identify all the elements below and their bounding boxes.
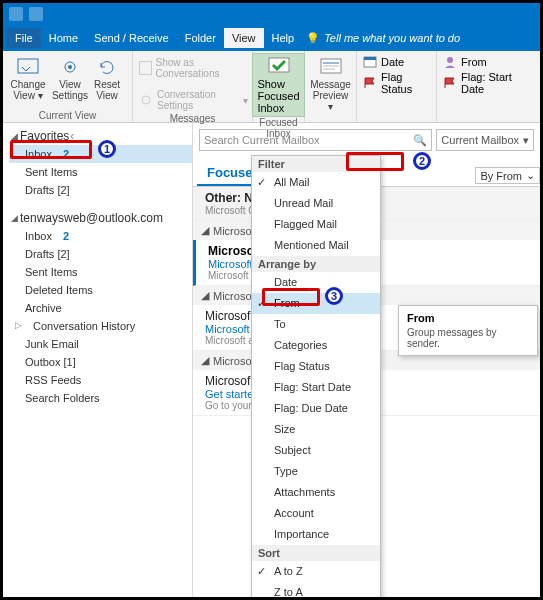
check-icon: ✓ — [257, 175, 266, 190]
menu-unread-mail[interactable]: Unread Mail — [252, 193, 380, 214]
show-focused-label: Show Focused Inbox — [257, 78, 299, 114]
quick-access-icon — [29, 7, 43, 21]
menu-all-mail[interactable]: ✓All Mail — [252, 172, 380, 193]
tooltip: From Group messages by sender. — [398, 305, 538, 356]
message-preview-label: Message Preview ▾ — [310, 79, 351, 112]
reset-icon — [95, 55, 119, 79]
arrange-flag-status[interactable]: Flag Status — [361, 70, 432, 96]
arrange-menu: Filter ✓All Mail Unread Mail Flagged Mai… — [251, 155, 381, 600]
flag-icon — [363, 77, 377, 89]
ribbon: Change View ▾ View Settings Reset View C… — [3, 51, 540, 123]
collapse-pane-icon[interactable]: ‹ — [70, 129, 74, 143]
person-icon — [443, 56, 457, 68]
tab-file[interactable]: File — [7, 28, 41, 48]
tab-home[interactable]: Home — [41, 28, 86, 48]
tab-send-receive[interactable]: Send / Receive — [86, 28, 177, 48]
tab-help[interactable]: Help — [264, 28, 303, 48]
menu-arrange-from[interactable]: ✓From — [252, 293, 380, 314]
svg-rect-0 — [18, 59, 38, 73]
reset-view-button[interactable]: Reset View — [91, 53, 123, 103]
tab-view[interactable]: View — [224, 28, 264, 48]
lightbulb-icon: 💡 — [306, 32, 320, 45]
svg-point-2 — [68, 65, 72, 69]
menu-arrange-account[interactable]: Account — [252, 503, 380, 524]
chevron-down-icon: ▾ — [523, 134, 529, 147]
gear-icon — [58, 55, 82, 79]
callout-badge-3: 3 — [325, 287, 343, 305]
titlebar — [3, 3, 540, 25]
arrange-by-from-button[interactable]: By From⌄ — [475, 167, 540, 184]
search-input[interactable]: Search Current Mailbox🔍 — [199, 129, 432, 151]
menu-section-filter: Filter — [252, 156, 380, 172]
change-view-icon — [16, 55, 40, 79]
menu-arrange-size[interactable]: Size — [252, 419, 380, 440]
check-icon: ✓ — [257, 564, 266, 579]
focused-check-icon — [267, 56, 291, 78]
menu-arrange-type[interactable]: Type — [252, 461, 380, 482]
show-as-conversations-check: Show as Conversations — [139, 55, 248, 81]
chevron-down-icon: ⌄ — [526, 169, 535, 182]
tooltip-body: Group messages by sender. — [407, 327, 529, 349]
menu-section-sort: Sort — [252, 545, 380, 561]
change-view-button[interactable]: Change View ▾ — [7, 53, 49, 103]
view-settings-label: View Settings — [52, 79, 88, 101]
tell-me-input[interactable]: Tell me what you want to do — [324, 32, 460, 44]
menu-arrange-date[interactable]: Date — [252, 272, 380, 293]
callout-badge-2: 2 — [413, 152, 431, 170]
nav-search-folders[interactable]: Search Folders — [9, 389, 192, 407]
callout-badge-1: 1 — [98, 140, 116, 158]
account-header[interactable]: ◢tenwaysweb@outlook.com — [9, 209, 192, 227]
nav-sent[interactable]: Sent Items — [9, 263, 192, 281]
app-icon — [9, 7, 23, 21]
arrange-date[interactable]: Date — [361, 55, 432, 69]
nav-drafts[interactable]: Drafts [2] — [9, 245, 192, 263]
menu-mentioned-mail[interactable]: Mentioned Mail — [252, 235, 380, 256]
tooltip-title: From — [407, 312, 529, 324]
nav-deleted[interactable]: Deleted Items — [9, 281, 192, 299]
folder-pane: ◢Favorites‹ Inbox 2 Sent Items Drafts [2… — [3, 123, 193, 597]
group-current-view: Current View — [7, 110, 128, 121]
menu-sort-az[interactable]: ✓A to Z — [252, 561, 380, 582]
check-icon: ✓ — [257, 296, 266, 311]
message-preview-icon — [319, 55, 343, 79]
menu-arrange-categories[interactable]: Categories — [252, 335, 380, 356]
menu-arrange-flag-due[interactable]: Flag: Due Date — [252, 398, 380, 419]
message-preview-button[interactable]: Message Preview ▾ — [310, 53, 352, 114]
arrange-flag-start[interactable]: Flag: Start Date — [441, 70, 525, 96]
nav-outbox[interactable]: Outbox [1] — [9, 353, 192, 371]
reset-view-label: Reset View — [93, 79, 121, 101]
menu-section-arrange: Arrange by — [252, 256, 380, 272]
calendar-icon — [363, 56, 377, 68]
collapse-icon: ◢ — [201, 354, 209, 367]
svg-point-3 — [142, 96, 150, 104]
menu-tabs: File Home Send / Receive Folder View Hel… — [3, 25, 540, 51]
view-settings-button[interactable]: View Settings — [51, 53, 89, 103]
nav-inbox[interactable]: Inbox 2 — [9, 227, 192, 245]
menu-arrange-importance[interactable]: Importance — [252, 524, 380, 545]
nav-conversation-history[interactable]: ▷ Conversation History — [9, 317, 192, 335]
menu-arrange-subject[interactable]: Subject — [252, 440, 380, 461]
search-scope-select[interactable]: Current Mailbox▾ — [436, 129, 534, 151]
menu-flagged-mail[interactable]: Flagged Mail — [252, 214, 380, 235]
favorites-drafts[interactable]: Drafts [2] — [9, 181, 192, 199]
collapse-icon: ◢ — [201, 224, 209, 237]
nav-rss[interactable]: RSS Feeds — [9, 371, 192, 389]
tab-folder[interactable]: Folder — [177, 28, 224, 48]
menu-sort-za[interactable]: Z to A — [252, 582, 380, 600]
conv-settings-icon — [139, 93, 153, 107]
menu-arrange-attachments[interactable]: Attachments — [252, 482, 380, 503]
nav-junk[interactable]: Junk Email — [9, 335, 192, 353]
menu-arrange-to[interactable]: To — [252, 314, 380, 335]
conversation-settings-button: Conversation Settings ▾ — [139, 87, 248, 113]
favorites-sent[interactable]: Sent Items — [9, 163, 192, 181]
svg-point-11 — [447, 57, 453, 63]
show-focused-inbox-button[interactable]: Show Focused Inbox — [252, 53, 304, 117]
nav-archive[interactable]: Archive — [9, 299, 192, 317]
collapse-icon: ◢ — [201, 289, 209, 302]
arrange-from[interactable]: From — [441, 55, 525, 69]
change-view-label: Change View ▾ — [9, 79, 47, 101]
svg-rect-10 — [364, 57, 376, 60]
menu-arrange-flag-start[interactable]: Flag: Start Date — [252, 377, 380, 398]
search-icon[interactable]: 🔍 — [413, 134, 427, 147]
menu-arrange-flag-status[interactable]: Flag Status — [252, 356, 380, 377]
